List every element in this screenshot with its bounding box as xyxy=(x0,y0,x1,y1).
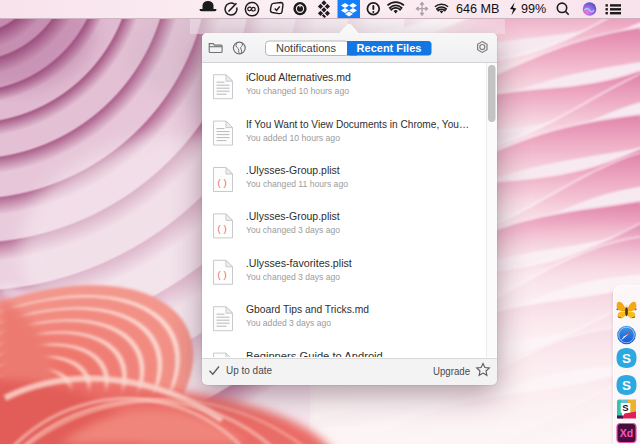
svg-text:You changed 3 days ago: You changed 3 days ago xyxy=(246,224,340,235)
svg-text:If You Want to View Documents: If You Want to View Documents in Chrome,… xyxy=(246,118,469,130)
svg-text:Recent Files: Recent Files xyxy=(357,42,422,54)
svg-text:646 MB: 646 MB xyxy=(456,2,499,16)
svg-text:You changed 11 hours ago: You changed 11 hours ago xyxy=(246,178,348,189)
svg-text:.Ulysses-favorites.plist: .Ulysses-favorites.plist xyxy=(246,257,353,269)
svg-text:You changed 10 hours ago: You changed 10 hours ago xyxy=(246,85,349,96)
svg-text:Up to date: Up to date xyxy=(226,364,272,376)
svg-text:Xd: Xd xyxy=(620,427,633,439)
svg-text:S: S xyxy=(622,402,628,413)
svg-text:S: S xyxy=(622,378,631,393)
svg-text:You added 10 hours ago: You added 10 hours ago xyxy=(246,132,340,143)
svg-text:99%: 99% xyxy=(521,2,546,16)
svg-text:.Ulysses-Group.plist: .Ulysses-Group.plist xyxy=(246,210,341,222)
svg-text:S: S xyxy=(622,351,631,366)
svg-text:You added 3 days ago: You added 3 days ago xyxy=(246,317,331,328)
svg-text:Upgrade: Upgrade xyxy=(433,364,470,376)
svg-text:.Ulysses-Group.plist: .Ulysses-Group.plist xyxy=(246,164,341,176)
svg-text:You changed 3 days ago: You changed 3 days ago xyxy=(246,271,340,282)
svg-text:Gboard Tips and Tricks.md: Gboard Tips and Tricks.md xyxy=(246,303,369,315)
svg-text:Notifications: Notifications xyxy=(276,42,336,54)
svg-text:iCloud Alternatives.md: iCloud Alternatives.md xyxy=(246,71,351,83)
svg-text:Beginners Guide to Android…: Beginners Guide to Android… xyxy=(246,350,394,357)
